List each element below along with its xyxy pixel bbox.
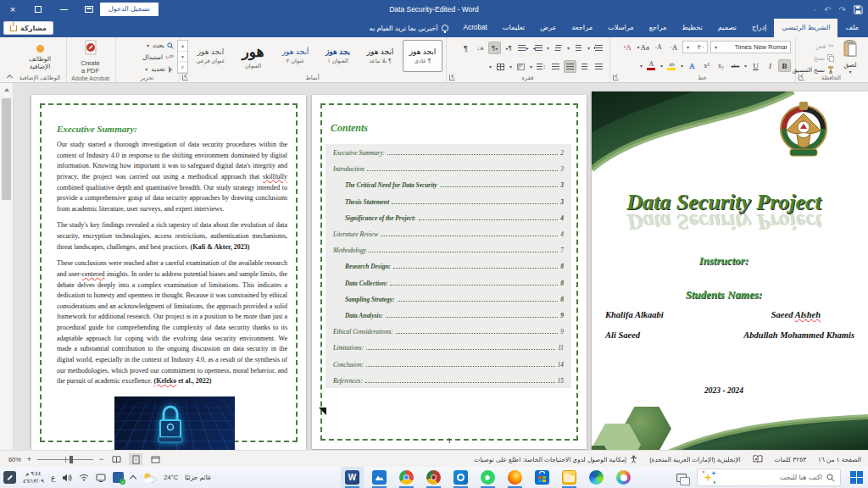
- word-count[interactable]: ٣٢٥٣ كلمات: [775, 456, 806, 463]
- page-cover[interactable]: Data Security Project Data Security Proj…: [592, 92, 868, 450]
- numbering-icon[interactable]: [572, 42, 585, 54]
- taskbar-whatsapp-icon[interactable]: [476, 467, 499, 488]
- style-subtitle[interactable]: ابجد هوز عنوان فرعي: [191, 40, 231, 72]
- decrease-indent-icon[interactable]: ◂: [531, 42, 544, 54]
- hidden-icons-chevron[interactable]: [130, 475, 136, 482]
- tab-insert[interactable]: إدراج: [744, 19, 774, 37]
- taskbar-outlook-icon[interactable]: [449, 467, 472, 488]
- tab-mailings[interactable]: مراسلات: [600, 19, 642, 37]
- taskbar-edge-icon[interactable]: [585, 467, 608, 488]
- tab-acrobat[interactable]: Acrobat: [456, 19, 495, 37]
- taskbar-file-explorer-icon[interactable]: [558, 467, 581, 488]
- font-name-combo[interactable]: Times New Romar▾: [710, 41, 791, 53]
- search-highlights-icon[interactable]: [703, 471, 716, 485]
- toc-entry[interactable]: Research Design:8: [333, 263, 564, 270]
- taskbar-chrome-icon[interactable]: [395, 467, 418, 488]
- zoom-slider[interactable]: [37, 459, 93, 460]
- redo-icon[interactable]: ↷: [839, 5, 846, 14]
- web-layout-button[interactable]: [148, 453, 162, 465]
- toc-entry[interactable]: Ethical Considerations:9: [333, 328, 564, 336]
- bold-button[interactable]: B: [778, 59, 791, 72]
- shrink-font-icon[interactable]: A˅: [652, 41, 665, 53]
- weather-temperature[interactable]: 24°C: [164, 474, 178, 481]
- tab-review[interactable]: مراجعة: [564, 19, 600, 37]
- styles-dialog-launcher[interactable]: [182, 75, 188, 80]
- clock[interactable]: ٩:٤٤ م٤٦/١٢/٠٩: [23, 470, 44, 484]
- tab-file[interactable]: ملف: [837, 19, 866, 37]
- clear-formatting-icon[interactable]: A𝘹: [620, 41, 633, 53]
- scrollbar-thumb[interactable]: [2, 98, 11, 200]
- toc-entry[interactable]: Thesis Statement3: [333, 198, 564, 206]
- gallery-down-icon[interactable]: ▼: [178, 52, 187, 63]
- ltr-text-direction-icon[interactable]: ¶▸: [503, 42, 515, 54]
- security-shield-icon[interactable]: ✓: [113, 472, 124, 483]
- page-executive-summary[interactable]: Executive Summary: Our study started a t…: [31, 95, 306, 450]
- tab-design[interactable]: تصميم: [710, 19, 744, 37]
- toc-entry[interactable]: Data Analysis:9: [333, 312, 564, 319]
- tab-references[interactable]: مراجع: [642, 19, 675, 37]
- align-center-icon[interactable]: [578, 60, 591, 73]
- subscript-icon[interactable]: x₂: [715, 59, 727, 72]
- vertical-scrollbar[interactable]: [0, 83, 14, 450]
- style-title[interactable]: هور العنوان: [233, 40, 273, 72]
- accessibility-status[interactable]: إمكانية الوصول لذوي الاحتياجات الخاصة: ا…: [474, 455, 637, 463]
- cut-button[interactable]: ✂ قص: [793, 41, 834, 51]
- scroll-up-icon[interactable]: [2, 85, 11, 94]
- rtl-text-direction-icon[interactable]: ◂¶: [488, 42, 501, 54]
- customize-qat-icon[interactable]: ·: [814, 5, 816, 14]
- tab-help[interactable]: تعليمات: [495, 19, 532, 37]
- page-contents[interactable]: Contents Executive Summary:2 Introductio…: [312, 95, 587, 449]
- tab-view[interactable]: عرض: [532, 19, 564, 37]
- task-view-icon[interactable]: [670, 467, 693, 488]
- borders-icon[interactable]: [494, 60, 507, 73]
- display-cast-icon[interactable]: [96, 474, 106, 482]
- toc-entry[interactable]: References:15: [333, 377, 564, 385]
- increase-indent-icon[interactable]: ▸: [517, 42, 530, 54]
- multilevel-list-icon[interactable]: [552, 42, 565, 54]
- read-mode-button[interactable]: [109, 453, 123, 465]
- zoom-slider-thumb[interactable]: [70, 456, 73, 463]
- table-of-contents[interactable]: Executive Summary:2 Introduction3 The Cr…: [326, 144, 571, 388]
- toc-entry[interactable]: Significance of the Project:4: [333, 214, 564, 222]
- taskbar-copilot-icon[interactable]: [612, 467, 635, 488]
- taskbar-word-icon[interactable]: W: [341, 467, 364, 488]
- style-normal[interactable]: ابجد هوز ¶ عادي: [403, 40, 442, 72]
- start-button[interactable]: [844, 467, 868, 488]
- taskbar-search-box[interactable]: اكتب هنا للبحث: [697, 469, 841, 486]
- align-left-icon[interactable]: [564, 60, 576, 73]
- toc-entry[interactable]: Executive Summary:2: [333, 149, 564, 157]
- format-painter-button[interactable]: نسخ التنسيق: [793, 64, 834, 75]
- replace-button[interactable]: ab↻ استبدال: [142, 52, 174, 63]
- underline-button[interactable]: U: [749, 59, 762, 72]
- gallery-more-icon[interactable]: ≡: [178, 62, 187, 73]
- paragraph-dialog-launcher[interactable]: [449, 75, 455, 80]
- tab-home[interactable]: الشريط الرئيسي: [774, 19, 837, 37]
- create-pdf-button[interactable]: Create a PDF: [67, 40, 114, 75]
- zoom-in-button[interactable]: +: [27, 455, 31, 463]
- wifi-icon[interactable]: [79, 474, 89, 481]
- styles-gallery-scroll[interactable]: ▲ ▼ ≡: [177, 40, 188, 74]
- toc-entry[interactable]: Introduction3: [333, 165, 564, 173]
- clipboard-dialog-launcher[interactable]: [798, 75, 804, 80]
- undo-icon[interactable]: ↶: [824, 5, 831, 14]
- style-heading1[interactable]: بجد هوز العنوان ١: [318, 40, 358, 72]
- text-effects-icon[interactable]: A: [686, 59, 698, 72]
- font-color-icon[interactable]: A: [645, 59, 658, 72]
- proofing-errors-icon[interactable]: [753, 455, 763, 463]
- select-button[interactable]: تحديد▾: [142, 64, 174, 75]
- collapse-ribbon-icon[interactable]: [5, 74, 12, 80]
- toc-entry[interactable]: Sampling Strategy:8: [333, 296, 564, 303]
- share-button[interactable]: مشاركة: [3, 21, 53, 35]
- change-case-icon[interactable]: Aa▾: [636, 41, 649, 53]
- weather-description[interactable]: غائم جزئيًا: [185, 474, 211, 481]
- page-indicator[interactable]: الصفحة ١ من ١٦: [818, 456, 861, 463]
- toc-entry[interactable]: The Critical Need for Data Security3: [333, 181, 564, 189]
- zoom-level[interactable]: 60%: [8, 456, 21, 463]
- language-indicator[interactable]: الإنجليزية (الإمارات العربية المتحدة): [649, 456, 741, 463]
- taskbar-chrome-profile-icon[interactable]: [422, 467, 445, 488]
- zoom-out-button[interactable]: −: [99, 455, 103, 463]
- superscript-icon[interactable]: x²: [700, 59, 713, 72]
- copy-button[interactable]: نسخ: [793, 53, 834, 63]
- bullets-icon[interactable]: [593, 42, 605, 54]
- toc-entry[interactable]: Limitations:11: [333, 344, 564, 352]
